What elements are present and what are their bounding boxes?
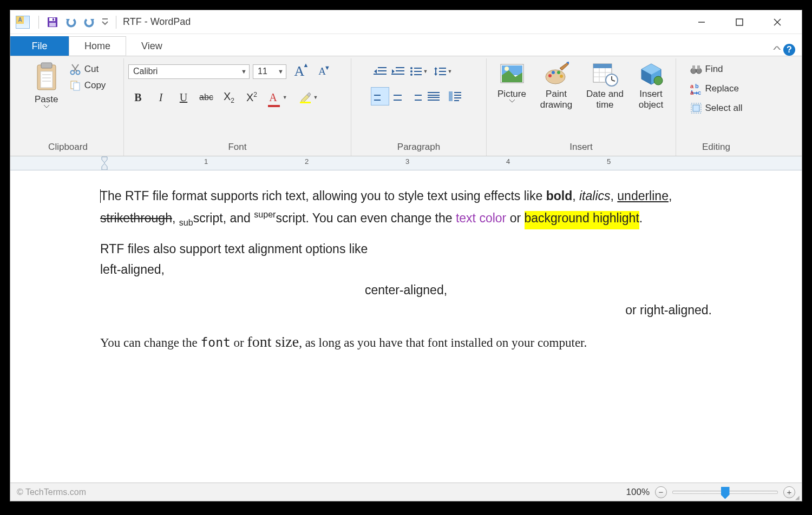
- decrease-indent-button[interactable]: [371, 63, 389, 80]
- paragraph-center[interactable]: center-aligned,: [100, 281, 712, 300]
- bold-button[interactable]: B: [128, 88, 148, 107]
- redo-button[interactable]: [82, 15, 97, 30]
- view-tab[interactable]: View: [126, 36, 178, 56]
- font-family-combo[interactable]: Calibri▼: [128, 64, 250, 79]
- document-area[interactable]: The RTF file format supports rich text, …: [10, 170, 802, 483]
- highlighter-icon: [299, 91, 311, 103]
- paste-button[interactable]: Paste: [27, 60, 66, 110]
- text-run: You can change the: [100, 336, 200, 349]
- align-center-button[interactable]: [389, 88, 407, 105]
- text-run: ,: [572, 189, 579, 203]
- paragraph[interactable]: You can change the font or font size, as…: [100, 330, 712, 353]
- group-label: Font: [128, 141, 346, 155]
- insert-object-button[interactable]: Insert object: [631, 60, 672, 112]
- indent-increase-icon: [391, 67, 404, 76]
- font-color-icon: A: [269, 91, 277, 104]
- highlight-button[interactable]: ▼: [295, 88, 322, 107]
- svg-point-50: [560, 75, 563, 78]
- italic-button[interactable]: I: [151, 88, 171, 107]
- collapse-ribbon-button[interactable]: ^: [773, 44, 781, 56]
- scissors-icon: [69, 63, 81, 75]
- copy-button[interactable]: Copy: [66, 78, 109, 93]
- file-tab[interactable]: File: [10, 36, 69, 56]
- text-run-font: font: [200, 335, 230, 349]
- chevron-down-icon: [509, 100, 515, 103]
- list-button[interactable]: ▼: [407, 63, 431, 80]
- paragraph-group: ▼ ▼ Paragraph: [351, 58, 487, 156]
- svg-rect-2: [53, 18, 54, 21]
- svg-point-30: [410, 74, 412, 76]
- line-spacing-button[interactable]: ▼: [431, 63, 455, 80]
- paste-label: Paste: [35, 94, 58, 105]
- copy-icon: [69, 80, 81, 91]
- shrink-font-button[interactable]: A▼: [312, 62, 332, 81]
- insert-group: Picture Paint drawing Date and time Inse…: [487, 58, 676, 156]
- paragraph[interactable]: The RTF file format supports rich text, …: [100, 187, 712, 230]
- zoom-in-button[interactable]: +: [783, 486, 795, 498]
- font-color-button[interactable]: A ▼: [265, 88, 292, 107]
- paragraph-dialog-button[interactable]: [443, 88, 467, 105]
- save-button[interactable]: [45, 15, 60, 30]
- align-right-button[interactable]: [407, 88, 424, 105]
- line-spacing-icon: [434, 67, 446, 76]
- customize-qat-button[interactable]: [100, 15, 110, 30]
- help-button[interactable]: ?: [783, 44, 795, 56]
- svg-rect-63: [692, 65, 695, 69]
- text-run-italic: italics: [579, 189, 611, 203]
- zoom-thumb[interactable]: [721, 487, 730, 499]
- grow-font-button[interactable]: A▲: [290, 62, 309, 81]
- underline-button[interactable]: U: [174, 88, 193, 107]
- increase-indent-button[interactable]: [389, 63, 407, 80]
- strikethrough-button[interactable]: abc: [197, 88, 216, 107]
- binoculars-icon: [690, 63, 702, 75]
- paragraph-right[interactable]: or right-aligned.: [100, 301, 712, 320]
- superscript-button[interactable]: X2: [242, 88, 261, 107]
- font-family-value: Calibri: [133, 67, 158, 76]
- home-tab[interactable]: Home: [69, 36, 126, 56]
- resize-grip[interactable]: ◢: [795, 496, 800, 499]
- align-left-button[interactable]: [371, 88, 389, 105]
- text-run-size: font size: [247, 333, 299, 350]
- ruler-number: 3: [405, 157, 409, 166]
- window-title: RTF - WordPad: [123, 16, 191, 28]
- date-time-label: Date and time: [586, 89, 624, 110]
- zoom-slider[interactable]: [672, 491, 778, 494]
- minimize-button[interactable]: [683, 12, 721, 32]
- group-label: Editing: [680, 141, 752, 155]
- date-time-button[interactable]: Date and time: [580, 60, 631, 112]
- picture-button[interactable]: Picture: [491, 60, 533, 105]
- replace-icon: abac: [690, 83, 702, 95]
- calendar-clock-icon: [592, 62, 618, 87]
- cut-button[interactable]: Cut: [66, 62, 109, 77]
- zoom-out-button[interactable]: −: [655, 486, 667, 498]
- maximize-button[interactable]: [721, 12, 758, 32]
- replace-button[interactable]: abac Replace: [687, 81, 746, 96]
- indent-marker-icon[interactable]: [101, 156, 108, 170]
- text-run-bold: bold: [546, 189, 573, 203]
- object-label: Insert object: [639, 89, 663, 110]
- text-run: ,: [669, 189, 672, 203]
- select-all-icon: [690, 102, 702, 114]
- align-left-icon: [374, 92, 386, 101]
- paragraph[interactable]: RTF files also support text alignment op…: [100, 240, 712, 259]
- justify-button[interactable]: [425, 88, 442, 105]
- undo-button[interactable]: [63, 15, 78, 30]
- paint-drawing-button[interactable]: Paint drawing: [533, 60, 580, 112]
- select-all-button[interactable]: Select all: [687, 101, 746, 116]
- editing-group: Find abac Replace Select all Editing: [676, 58, 756, 156]
- wordpad-window: RTF - WordPad File Home View ^ ? Paste: [10, 10, 802, 501]
- align-center-icon: [392, 92, 404, 101]
- text-run: , as long as you have that font installe…: [299, 336, 587, 349]
- font-size-combo[interactable]: 11▼: [253, 64, 286, 79]
- ruler[interactable]: 1 2 3 4 5: [10, 156, 802, 170]
- underline-icon: U: [180, 91, 187, 104]
- svg-rect-21: [300, 102, 311, 103]
- find-button[interactable]: Find: [687, 62, 746, 77]
- svg-text:c: c: [698, 89, 701, 95]
- paragraph-left[interactable]: left-aligned,: [100, 260, 712, 280]
- subscript-button[interactable]: X2: [219, 88, 239, 107]
- document-content[interactable]: The RTF file format supports rich text, …: [100, 170, 712, 483]
- close-button[interactable]: [758, 12, 796, 32]
- svg-point-45: [505, 67, 509, 71]
- text-run-color: text color: [456, 211, 506, 225]
